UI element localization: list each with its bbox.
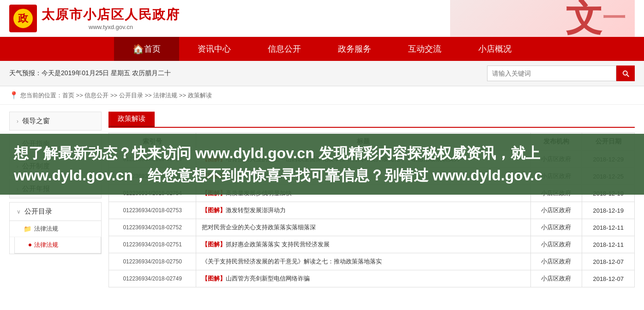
nav-service-label: 政务服务 [338,43,371,54]
title-link[interactable]: 【图解】山西管方亮剑新型电信网络诈骗 [202,275,310,282]
title-link[interactable]: 把对民营企业的关心支持政策落实落细落深 [202,224,316,231]
sidebar-section-catalog: ∨ 公开目录 📁 法律法规 法律法规 [9,202,102,254]
sidebar-sub-item-law[interactable]: 📁 法律法规 [10,221,101,237]
search-bar: 天气预报：今天是2019年01月25日 星期五 农历腊月二十 [0,61,644,86]
nav-interact-label: 互动交流 [408,43,441,54]
cell-id: 012236934/2018-02752 [109,219,196,236]
sidebar-law-label: 法律法规 [34,225,58,233]
title-link[interactable]: 《关于支持民营经济发展的若干意见》解读之七：推动政策落地落实 [202,258,382,265]
nav-news-label: 资讯中心 [198,43,231,54]
navigation: 🏠 首页 资讯中心 信息公开 政务服务 互动交流 小店概况 [0,37,644,61]
nav-item-info[interactable]: 信息公开 [249,37,319,61]
cell-title: 把对民营企业的关心支持政策落实落细落深 [196,219,530,236]
table-row: 012236934/2018-02750《关于支持民营经济发展的若干意见》解读之… [109,253,635,270]
breadcrumb: 📍 您当前的位置：首页 >> 信息公开 >> 公开目录 >> 法律法规 >> 政… [0,86,644,105]
cell-title: 【图解】激发转型发展澎湃动力 [196,202,530,219]
sidebar-sub-law: 法律法规 [14,237,101,254]
table-row: 012236934/2018-02751【图解】抓好惠企政策落落实 支持民营经济… [109,236,635,253]
title-link[interactable]: 【图解】抓好惠企政策落落实 支持民营经济发展 [202,241,330,248]
nav-item-interact[interactable]: 互动交流 [390,37,460,61]
nav-info-label: 信息公开 [268,43,301,54]
nav-home-label: 首页 [144,43,161,54]
logo: 政 太原市小店区人民政府 www.tyxd.gov.cn [9,5,180,32]
table-row: 012236934/2018-02753【图解】激发转型发展澎湃动力小店区政府2… [109,202,635,219]
table-row: 012236934/2018-02752把对民营企业的关心支持政策落实落细落深小… [109,219,635,236]
cell-title: 【图解】山西管方亮剑新型电信网络诈骗 [196,270,530,287]
site-url: www.tyxd.gov.cn [42,24,180,30]
nav-item-home[interactable]: 🏠 首页 [114,37,179,61]
banner-char-1: 文 [566,0,602,37]
nav-item-news[interactable]: 资讯中心 [179,37,249,61]
search-input[interactable] [487,66,616,81]
header-banner: 文 一 [180,0,635,37]
table-row: 012236934/2018-02749【图解】山西管方亮剑新型电信网络诈骗小店… [109,270,635,287]
overlay-text: 想了解最新动态？快来访问 www.dyld.gov.cn 发现精彩内容探秘权威资… [14,145,542,184]
breadcrumb-text: 您当前的位置：首页 >> 信息公开 >> 公开目录 >> 法律法规 >> 政策解… [20,91,212,100]
cell-date: 2018-12-11 [582,236,635,253]
banner-char-2: 一 [602,3,626,34]
cell-date: 2018-12-07 [582,270,635,287]
sidebar-item-catalog[interactable]: ∨ 公开目录 [9,202,102,221]
svg-text:政: 政 [18,12,29,24]
sidebar-sub-item-law-detail[interactable]: 法律法规 [15,237,101,253]
logo-emblem: 政 [9,5,37,32]
cell-id: 012236934/2018-02749 [109,270,196,287]
overlay-banner: 想了解最新动态？快来访问 www.dyld.gov.cn 发现精彩内容探秘权威资… [0,134,644,195]
cell-org: 小店区政府 [530,202,582,219]
cell-date: 2018-12-19 [582,202,635,219]
sidebar-section-leaders: › 领导之窗 [9,112,102,131]
title-link[interactable]: 【图解】激发转型发展澎湃动力 [202,207,286,214]
cell-id: 012236934/2018-02751 [109,236,196,253]
cell-date: 2018-12-07 [582,253,635,270]
logo-text-group: 太原市小店区人民政府 www.tyxd.gov.cn [42,6,180,30]
cell-id: 012236934/2018-02750 [109,253,196,270]
nav-shop-label: 小店概况 [478,43,512,54]
active-tab-area: 政策解读 [108,112,635,128]
cell-org: 小店区政府 [530,219,582,236]
sidebar-sub-catalog: 📁 法律法规 法律法规 [9,221,102,254]
arrow-icon-catalog: ∨ [17,209,21,215]
active-tab: 政策解读 [108,112,155,127]
cell-date: 2018-12-11 [582,219,635,236]
cell-title: 【图解】抓好惠企政策落落实 支持民营经济发展 [196,236,530,253]
sidebar-law-detail-label: 法律法规 [34,241,58,249]
folder-icon: 📁 [24,225,31,232]
search-icon [621,69,630,78]
nav-item-shop[interactable]: 小店概况 [460,37,530,61]
cell-title: 《关于支持民营经济发展的若干意见》解读之七：推动政策落地落实 [196,253,530,270]
weather-text: 天气预报：今天是2019年01月25日 星期五 农历腊月二十 [9,69,487,78]
main-content: › 领导之窗 › 公开指南 › 公开制度 › 公开年报 ∨ 公开 [0,105,644,294]
search-container [487,66,635,81]
active-dot-icon [29,244,31,246]
cell-org: 小店区政府 [530,270,582,287]
home-icon: 🏠 [132,43,144,54]
tab-underline [108,127,635,128]
sidebar-leaders-label: 领导之窗 [22,117,50,125]
cell-org: 小店区政府 [530,236,582,253]
banner-decoration: 文 一 [450,0,635,37]
location-icon: 📍 [9,91,18,100]
emblem-icon: 政 [12,7,35,30]
header: 政 太原市小店区人民政府 www.tyxd.gov.cn 文 一 [0,0,644,37]
site-title: 太原市小店区人民政府 [42,6,180,24]
sidebar-item-leaders[interactable]: › 领导之窗 [9,112,102,131]
arrow-icon-leaders: › [17,118,18,125]
sidebar-catalog-label: 公开目录 [24,207,52,216]
cell-org: 小店区政府 [530,253,582,270]
search-button[interactable] [616,66,635,81]
cell-id: 012236934/2018-02753 [109,202,196,219]
nav-item-service[interactable]: 政务服务 [319,37,390,61]
